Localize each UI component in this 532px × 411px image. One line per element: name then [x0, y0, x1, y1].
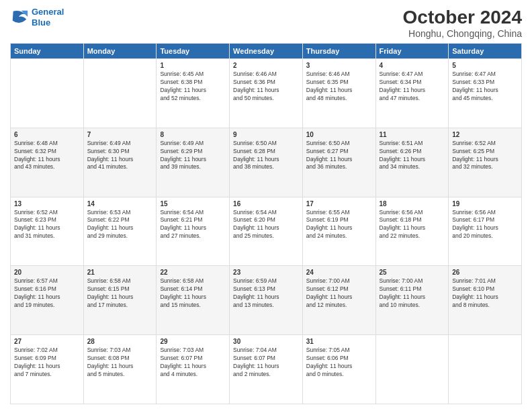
day-info: Sunrise: 6:46 AMSunset: 6:35 PMDaylight:…	[306, 71, 372, 103]
logo-blue: Blue	[32, 17, 64, 28]
day-number: 12	[452, 131, 518, 138]
day-cell: 12Sunrise: 6:52 AMSunset: 6:25 PMDayligh…	[449, 128, 522, 197]
day-cell: 1Sunrise: 6:45 AMSunset: 6:38 PMDaylight…	[157, 59, 230, 128]
day-cell: 26Sunrise: 7:01 AMSunset: 6:10 PMDayligh…	[449, 266, 522, 335]
day-cell	[11, 59, 84, 128]
week-row-2: 6Sunrise: 6:48 AMSunset: 6:32 PMDaylight…	[11, 128, 522, 197]
logo-general: General	[32, 7, 64, 17]
header-cell-monday: Monday	[83, 44, 157, 59]
day-cell: 25Sunrise: 7:00 AMSunset: 6:11 PMDayligh…	[375, 266, 449, 335]
calendar-table: SundayMondayTuesdayWednesdayThursdayFrid…	[10, 43, 522, 404]
subtitle: Honghu, Chongqing, China	[403, 28, 522, 39]
day-info: Sunrise: 7:02 AMSunset: 6:09 PMDaylight:…	[14, 347, 80, 379]
day-info: Sunrise: 6:49 AMSunset: 6:29 PMDaylight:…	[160, 140, 226, 172]
day-number: 29	[160, 338, 226, 345]
day-info: Sunrise: 7:03 AMSunset: 6:07 PMDaylight:…	[160, 347, 226, 379]
day-info: Sunrise: 6:59 AMSunset: 6:13 PMDaylight:…	[233, 277, 299, 310]
day-number: 13	[14, 200, 80, 208]
calendar-header: SundayMondayTuesdayWednesdayThursdayFrid…	[11, 44, 522, 59]
week-row-3: 13Sunrise: 6:52 AMSunset: 6:23 PMDayligh…	[11, 197, 522, 266]
day-info: Sunrise: 6:49 AMSunset: 6:30 PMDaylight:…	[87, 140, 153, 172]
day-info: Sunrise: 6:52 AMSunset: 6:23 PMDaylight:…	[14, 209, 80, 241]
day-info: Sunrise: 7:03 AMSunset: 6:08 PMDaylight:…	[87, 347, 153, 379]
day-number: 22	[160, 269, 226, 276]
day-info: Sunrise: 7:05 AMSunset: 6:06 PMDaylight:…	[306, 347, 372, 379]
day-number: 8	[160, 131, 226, 138]
main-title: October 2024	[403, 7, 522, 28]
day-info: Sunrise: 7:01 AMSunset: 6:10 PMDaylight:…	[452, 277, 518, 310]
day-cell: 27Sunrise: 7:02 AMSunset: 6:09 PMDayligh…	[11, 335, 84, 404]
day-number: 15	[160, 200, 226, 208]
day-info: Sunrise: 6:56 AMSunset: 6:17 PMDaylight:…	[452, 209, 518, 241]
day-number: 5	[452, 62, 518, 69]
day-number: 21	[87, 269, 153, 276]
day-number: 19	[452, 200, 518, 208]
header-cell-wednesday: Wednesday	[230, 44, 303, 59]
day-number: 25	[380, 269, 445, 276]
day-info: Sunrise: 6:52 AMSunset: 6:25 PMDaylight:…	[452, 140, 518, 172]
calendar-body: 1Sunrise: 6:45 AMSunset: 6:38 PMDaylight…	[11, 59, 522, 404]
day-cell: 24Sunrise: 7:00 AMSunset: 6:12 PMDayligh…	[302, 266, 375, 335]
day-cell	[449, 335, 522, 404]
day-number: 4	[380, 62, 445, 69]
day-info: Sunrise: 6:47 AMSunset: 6:34 PMDaylight:…	[380, 71, 445, 103]
day-info: Sunrise: 6:50 AMSunset: 6:28 PMDaylight:…	[233, 140, 299, 172]
header-cell-friday: Friday	[375, 44, 449, 59]
header-cell-sunday: Sunday	[11, 44, 84, 59]
day-cell: 10Sunrise: 6:50 AMSunset: 6:27 PMDayligh…	[302, 128, 375, 197]
day-number: 30	[233, 338, 299, 345]
day-number: 23	[233, 269, 299, 276]
header: General Blue October 2024 Honghu, Chongq…	[10, 7, 522, 39]
day-info: Sunrise: 7:04 AMSunset: 6:07 PMDaylight:…	[233, 347, 299, 379]
day-number: 20	[14, 269, 80, 276]
day-info: Sunrise: 7:00 AMSunset: 6:12 PMDaylight:…	[306, 277, 372, 310]
day-cell: 19Sunrise: 6:56 AMSunset: 6:17 PMDayligh…	[449, 197, 522, 266]
day-cell: 2Sunrise: 6:46 AMSunset: 6:36 PMDaylight…	[230, 59, 303, 128]
day-cell: 23Sunrise: 6:59 AMSunset: 6:13 PMDayligh…	[230, 266, 303, 335]
day-cell: 4Sunrise: 6:47 AMSunset: 6:34 PMDaylight…	[375, 59, 449, 128]
title-block: October 2024 Honghu, Chongqing, China	[403, 7, 522, 39]
logo-text: General Blue	[32, 7, 64, 28]
day-cell: 22Sunrise: 6:58 AMSunset: 6:14 PMDayligh…	[157, 266, 230, 335]
day-info: Sunrise: 6:54 AMSunset: 6:21 PMDaylight:…	[160, 209, 226, 241]
header-cell-tuesday: Tuesday	[157, 44, 230, 59]
header-cell-thursday: Thursday	[302, 44, 375, 59]
day-info: Sunrise: 6:54 AMSunset: 6:20 PMDaylight:…	[233, 209, 299, 241]
day-number: 11	[380, 131, 445, 138]
day-info: Sunrise: 6:48 AMSunset: 6:32 PMDaylight:…	[14, 140, 80, 172]
day-cell: 15Sunrise: 6:54 AMSunset: 6:21 PMDayligh…	[157, 197, 230, 266]
day-info: Sunrise: 6:58 AMSunset: 6:15 PMDaylight:…	[87, 277, 153, 310]
day-info: Sunrise: 6:56 AMSunset: 6:18 PMDaylight:…	[380, 209, 445, 241]
day-cell: 29Sunrise: 7:03 AMSunset: 6:07 PMDayligh…	[157, 335, 230, 404]
day-cell: 9Sunrise: 6:50 AMSunset: 6:28 PMDaylight…	[230, 128, 303, 197]
day-info: Sunrise: 6:57 AMSunset: 6:16 PMDaylight:…	[14, 277, 80, 310]
day-cell: 30Sunrise: 7:04 AMSunset: 6:07 PMDayligh…	[230, 335, 303, 404]
day-number: 18	[380, 200, 445, 208]
day-number: 2	[233, 62, 299, 69]
header-cell-saturday: Saturday	[449, 44, 522, 59]
day-cell: 6Sunrise: 6:48 AMSunset: 6:32 PMDaylight…	[11, 128, 84, 197]
week-row-5: 27Sunrise: 7:02 AMSunset: 6:09 PMDayligh…	[11, 335, 522, 404]
day-number: 17	[306, 200, 372, 208]
day-info: Sunrise: 7:00 AMSunset: 6:11 PMDaylight:…	[380, 277, 445, 310]
day-cell: 28Sunrise: 7:03 AMSunset: 6:08 PMDayligh…	[83, 335, 157, 404]
day-cell: 31Sunrise: 7:05 AMSunset: 6:06 PMDayligh…	[302, 335, 375, 404]
day-cell: 20Sunrise: 6:57 AMSunset: 6:16 PMDayligh…	[11, 266, 84, 335]
day-info: Sunrise: 6:47 AMSunset: 6:33 PMDaylight:…	[452, 71, 518, 103]
day-info: Sunrise: 6:55 AMSunset: 6:19 PMDaylight:…	[306, 209, 372, 241]
day-info: Sunrise: 6:53 AMSunset: 6:22 PMDaylight:…	[87, 209, 153, 241]
week-row-1: 1Sunrise: 6:45 AMSunset: 6:38 PMDaylight…	[11, 59, 522, 128]
day-number: 26	[452, 269, 518, 276]
day-number: 27	[14, 338, 80, 345]
day-number: 10	[306, 131, 372, 138]
day-cell: 3Sunrise: 6:46 AMSunset: 6:35 PMDaylight…	[302, 59, 375, 128]
day-cell: 8Sunrise: 6:49 AMSunset: 6:29 PMDaylight…	[157, 128, 230, 197]
day-cell: 21Sunrise: 6:58 AMSunset: 6:15 PMDayligh…	[83, 266, 157, 335]
day-cell: 11Sunrise: 6:51 AMSunset: 6:26 PMDayligh…	[375, 128, 449, 197]
day-info: Sunrise: 6:58 AMSunset: 6:14 PMDaylight:…	[160, 277, 226, 310]
day-info: Sunrise: 6:46 AMSunset: 6:36 PMDaylight:…	[233, 71, 299, 103]
day-cell: 16Sunrise: 6:54 AMSunset: 6:20 PMDayligh…	[230, 197, 303, 266]
logo: General Blue	[10, 7, 64, 28]
day-cell: 18Sunrise: 6:56 AMSunset: 6:18 PMDayligh…	[375, 197, 449, 266]
day-info: Sunrise: 6:45 AMSunset: 6:38 PMDaylight:…	[160, 71, 226, 103]
